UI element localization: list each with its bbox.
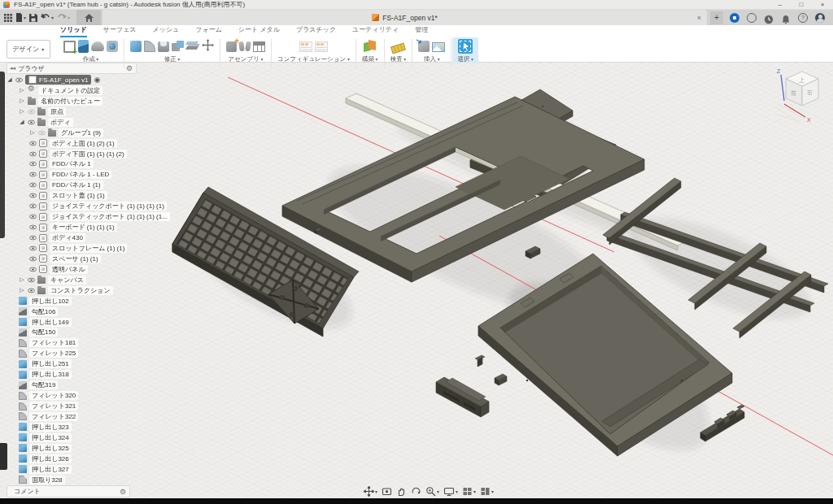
notifications-bell-icon[interactable] [781, 13, 791, 23]
measure-icon[interactable] [390, 42, 406, 54]
group-construct-label[interactable]: 構築 [362, 55, 378, 63]
undo-button[interactable]: ▾ [41, 11, 54, 24]
visibility-eye-icon[interactable] [29, 215, 37, 219]
browser-tree-row[interactable]: FDDパネル 1 - LED [7, 169, 218, 180]
press-pull-icon[interactable] [130, 41, 142, 52]
visibility-eye-icon[interactable] [28, 278, 35, 282]
visibility-eye-icon[interactable] [29, 204, 37, 208]
grid-caret[interactable]: ▾ [473, 489, 476, 494]
browser-tree-row[interactable]: 押し出し323 [7, 422, 218, 432]
viewcube-top-label[interactable]: 上 [799, 77, 805, 83]
group-select-label[interactable]: 選択 [457, 55, 473, 63]
browser-tree-row[interactable]: フィレット322 [7, 411, 218, 422]
comment-bar[interactable]: コメント ⚙ [7, 485, 130, 497]
browser-tree-row[interactable]: 押し出し326 [7, 454, 218, 464]
browser-tree-row[interactable]: フィレット320 [7, 390, 218, 401]
view-cube[interactable]: 上 前 右 Z X [773, 65, 833, 125]
zoom-caret[interactable]: ▾ [437, 489, 439, 494]
orbit-rotate-button[interactable] [411, 486, 421, 497]
browser-tree-row[interactable]: ▷ コンストラクション [7, 285, 218, 296]
ribbon-tab-plastic[interactable]: プラスチック [296, 25, 336, 37]
browser-tree-row[interactable]: 押し出し327 [7, 464, 218, 475]
viewports-caret[interactable]: ▾ [491, 489, 494, 494]
redo-button[interactable]: ▾ [57, 11, 70, 24]
visibility-eye-icon[interactable] [29, 267, 37, 272]
browser-tree-row[interactable]: スペーサ (1) (1) [7, 254, 218, 264]
configuration-table-icon[interactable] [315, 41, 328, 52]
pan-tool-button[interactable] [396, 486, 407, 497]
group-inspect-label[interactable]: 検査 [390, 55, 407, 63]
visibility-eye-icon[interactable] [29, 236, 37, 240]
visibility-eye-icon[interactable] [15, 78, 23, 82]
browser-tree-row[interactable]: FDDパネル 1 (1) [7, 180, 218, 190]
group-insert-label[interactable]: 挿入 [424, 55, 440, 63]
comment-gear-icon[interactable]: ⚙ [120, 488, 126, 496]
configuration-icon[interactable] [299, 41, 312, 52]
primitive-icon[interactable] [107, 41, 118, 52]
expand-icon[interactable]: ▷ [29, 129, 36, 136]
bom-table-icon[interactable] [253, 41, 265, 52]
clock-icon[interactable] [764, 13, 774, 23]
offset-icon[interactable] [186, 41, 199, 52]
browser-tree-row[interactable]: 勾配150 [7, 328, 218, 338]
look-at-button[interactable] [382, 486, 392, 497]
visibility-eye-icon[interactable] [28, 289, 35, 293]
visibility-eye-icon[interactable] [29, 246, 37, 250]
browser-tree-row[interactable]: フィレット321 [7, 401, 218, 411]
window-maximize-button[interactable]: □ [791, 0, 812, 10]
expand-icon[interactable]: ◢ [7, 76, 13, 83]
construction-plane-icon[interactable] [364, 41, 376, 52]
browser-tree-row[interactable]: 押し出し318 [7, 369, 218, 380]
zoom-tool-button[interactable]: ▾ [425, 486, 439, 497]
viewcube-front-label[interactable]: 前 [791, 90, 796, 96]
help-icon[interactable]: ? [798, 13, 808, 23]
ribbon-tab-form[interactable]: フォーム [195, 25, 222, 37]
visibility-eye-icon[interactable] [28, 120, 35, 124]
insert-derive-icon[interactable] [418, 41, 430, 52]
ribbon-tab-surface[interactable]: サーフェス [103, 25, 137, 37]
browser-tree-row[interactable]: ▷ 名前の付いたビュー [7, 96, 218, 106]
ribbon-tab-mesh[interactable]: メッシュ [153, 25, 180, 37]
move-icon[interactable] [202, 39, 214, 54]
browser-panel-header[interactable]: ◂◂ ブラウザ ⚙ [7, 63, 137, 74]
visibility-eye-icon[interactable] [29, 225, 37, 229]
expand-icon[interactable]: ▷ [19, 108, 25, 115]
expand-icon[interactable]: ▷ [19, 87, 25, 93]
browser-tree-row[interactable]: ◢ ボディ [7, 117, 218, 128]
browser-tree-row[interactable]: ▷ キャンバス [7, 275, 218, 285]
joint-icon[interactable] [239, 41, 251, 52]
expand-icon[interactable]: ▷ [19, 276, 25, 283]
window-minimize-button[interactable]: – [770, 0, 791, 10]
display-settings-button[interactable]: ▾ [443, 486, 458, 497]
activate-component-icon[interactable]: ◉ [94, 76, 100, 84]
browser-root-row[interactable]: ◢ FS-A1F_open v1 ◉ [7, 75, 218, 85]
revolve-icon[interactable] [91, 41, 104, 51]
job-status-icon[interactable] [730, 13, 739, 23]
visibility-eye-icon[interactable] [29, 162, 37, 166]
browser-tree-row[interactable]: キーボード (1) (1) (1) [7, 222, 218, 232]
browser-tree-row[interactable]: 押し出し102 [7, 296, 218, 306]
grid-settings-button[interactable]: ▾ [462, 486, 476, 497]
browser-tree-row[interactable]: ▷ 原点 [7, 106, 218, 117]
workspace-selector[interactable]: デザイン▾ [7, 40, 50, 59]
visibility-eye-icon[interactable] [29, 257, 37, 261]
group-modify-label[interactable]: 修正 [164, 55, 181, 63]
document-tab-close-icon[interactable]: × [697, 14, 701, 22]
orbit-caret[interactable]: ▾ [375, 489, 377, 494]
browser-tree-row[interactable]: スロット蓋 (1) (1) [7, 190, 218, 201]
viewports-button[interactable]: ▾ [480, 486, 494, 497]
modeling-viewport[interactable]: ◂◂ ブラウザ ⚙ ◢ FS-A1F_open v1 ◉ ▷ ドキュメントの設定… [0, 63, 833, 504]
combine-icon[interactable] [172, 41, 184, 52]
window-close-button[interactable]: × [812, 0, 833, 10]
create-sketch-icon[interactable] [63, 41, 76, 53]
browser-tree-row[interactable]: 面取り328 [7, 475, 218, 485]
viewcube-right-label[interactable]: 右 [807, 89, 813, 96]
extrude-icon[interactable] [78, 40, 89, 53]
collapse-panel-icon[interactable]: ◂◂ [7, 65, 18, 72]
expand-icon[interactable]: ▷ [19, 287, 25, 293]
browser-tree-row[interactable]: 押し出し251 [7, 358, 218, 369]
browser-tree-row[interactable]: FDDパネル 1 [7, 159, 218, 170]
document-tab[interactable]: FS-A1F_open v1* × [102, 10, 707, 25]
browser-tree-row[interactable]: 勾配319 [7, 380, 218, 390]
browser-tree-row[interactable]: 押し出し149 [7, 317, 218, 328]
